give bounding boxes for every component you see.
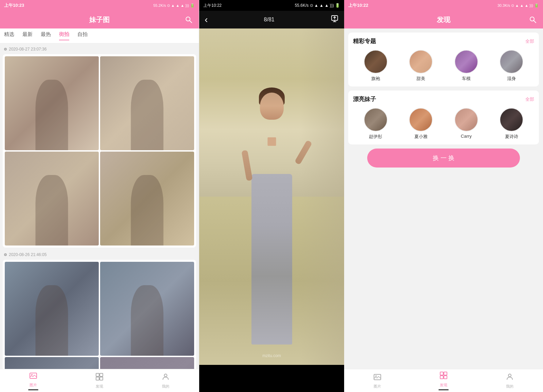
avatar-item-tianmei[interactable]: 甜美	[409, 50, 433, 82]
figure-neck	[267, 137, 276, 146]
photo-cell-1-1[interactable]	[5, 56, 99, 150]
network-icons-left: 55.2K/s ⊙ ▲ ▲ ▲ ))) 🔋	[153, 3, 195, 8]
avatar-item-wetskin[interactable]: 湿身	[500, 50, 523, 82]
avatar-label-chemo: 车模	[462, 76, 471, 82]
date-label-1: 2020-08-27 23:07:36	[3, 47, 196, 52]
svg-point-8	[164, 374, 167, 377]
svg-rect-14	[440, 372, 443, 375]
avatar-item-qipao[interactable]: 旗袍	[364, 50, 388, 82]
figure-container	[228, 82, 315, 345]
nav-label-discover-left: 发现	[96, 384, 103, 389]
pretty-girls-all-link[interactable]: 全部	[525, 96, 534, 102]
svg-rect-7	[100, 377, 103, 380]
avatar-xiashishi	[500, 108, 523, 132]
back-button[interactable]: ‹	[205, 14, 208, 25]
photo-cell-2-4[interactable]	[100, 357, 194, 369]
refresh-button[interactable]: 换 一 换	[367, 149, 520, 168]
tab-hot[interactable]: 最热	[41, 31, 51, 40]
nav-mine-right[interactable]: 我的	[477, 373, 543, 389]
photo-cell-1-4[interactable]	[100, 152, 194, 246]
svg-rect-6	[96, 377, 99, 380]
tab-newest[interactable]: 最新	[22, 31, 33, 40]
status-bar-left: 上午10:23 55.2K/s ⊙ ▲ ▲ ▲ ))) 🔋	[0, 0, 199, 11]
featured-all-link[interactable]: 全部	[525, 38, 534, 44]
avatar-item-xiaxiaoya[interactable]: 夏小雅	[409, 108, 433, 140]
svg-rect-17	[444, 376, 447, 379]
avatar-label-wetskin: 湿身	[507, 76, 516, 82]
nav-discover-left[interactable]: 发现	[66, 373, 132, 389]
photo-grid-2	[3, 260, 196, 369]
figure-body	[251, 174, 292, 345]
time-viewer: 上午10:22	[203, 3, 222, 8]
photo-cell-2-2[interactable]	[100, 262, 194, 356]
discover-icon-left	[95, 373, 104, 383]
avatar-item-zhaoyipeng[interactable]: 赵伊彤	[364, 108, 388, 140]
search-button-right[interactable]	[528, 15, 538, 24]
date-text-1: 2020-08-27 23:07:36	[9, 47, 46, 52]
network-speed-right: 30.3K/s	[498, 3, 510, 7]
tab-street[interactable]: 街拍	[59, 31, 69, 40]
nav-discover-right[interactable]: 发现	[410, 371, 476, 390]
photo-cell-1-3[interactable]	[5, 152, 99, 246]
network-speed-left: 55.2K/s	[153, 3, 166, 7]
panel-viewer: 上午10:22 55.6K/s ⊙ ▲ ▲ ▲ ))) 🔋 ‹ 8/81	[199, 0, 344, 392]
nav-mine-left[interactable]: 我的	[133, 373, 199, 389]
avatar-label-qipao: 旗袍	[371, 76, 380, 82]
nav-label-photos-right: 图片	[374, 384, 381, 389]
date-section-2: 2020-08-26 21:46:05	[3, 252, 196, 369]
svg-point-18	[508, 374, 511, 377]
network-viewer: 55.6K/s ⊙ ▲ ▲ ▲ ))) 🔋	[295, 3, 340, 8]
panel-right: 上午10:22 30.3K/s ⊙ ▲ ▲ ▲ ))) 🔋 发现 精彩专题 全部	[344, 0, 543, 392]
avatar-label-xiaxiaoya: 夏小雅	[414, 134, 428, 140]
nav-photos-right[interactable]: 图片	[344, 373, 410, 389]
viewer-image-area[interactable]: mzitu.com	[199, 28, 344, 365]
tab-selected[interactable]: 精选	[4, 31, 14, 40]
photo-cell-2-1[interactable]	[5, 262, 99, 356]
mine-icon-right	[506, 373, 514, 383]
nav-photos-left[interactable]: 图片	[0, 371, 66, 390]
panel-left: 上午10:23 55.2K/s ⊙ ▲ ▲ ▲ ))) 🔋 妹子图 精选 最新 …	[0, 0, 199, 392]
avatar-label-zhaoyipeng: 赵伊彤	[369, 134, 382, 140]
signal-icons-right: ⊙ ▲ ▲ ▲ ))) 🔋	[511, 3, 539, 8]
avatar-wetskin	[500, 50, 523, 74]
photo-cell-2-3[interactable]	[5, 357, 99, 369]
avatar-chemo	[454, 50, 478, 74]
signal-icons-left: ⊙ ▲ ▲ ▲ ))) 🔋	[167, 3, 195, 8]
tab-bar-left: 精选 最新 最热 街拍 自拍	[0, 28, 199, 43]
svg-rect-4	[96, 373, 99, 376]
search-button-left[interactable]	[184, 15, 193, 24]
photos-icon-left	[29, 371, 37, 381]
avatar-item-xiashishi[interactable]: 夏诗诗	[500, 108, 523, 140]
content-area-left: 2020-08-27 23:07:36 2020-08-26 21:46:05	[0, 43, 199, 369]
svg-rect-15	[444, 372, 447, 375]
svg-line-1	[190, 21, 192, 23]
pretty-girls-title: 漂亮妹子	[353, 95, 376, 103]
photo-cell-1-2[interactable]	[100, 56, 194, 150]
featured-title: 精彩专题	[353, 37, 376, 45]
avatar-item-carry[interactable]: Carry	[454, 108, 478, 140]
viewer-header: ‹ 8/81	[199, 11, 344, 28]
app-title-right: 发现	[359, 15, 528, 24]
nav-label-mine-right: 我的	[506, 384, 513, 389]
nav-label-mine-left: 我的	[162, 384, 169, 389]
avatar-zhaoyipeng	[364, 108, 388, 132]
tab-selfie[interactable]: 自拍	[77, 31, 88, 40]
svg-rect-2	[30, 373, 37, 378]
svg-line-11	[534, 21, 536, 23]
pretty-girls-section: 漂亮妹子 全部 赵伊彤 夏小雅 Carry 夏诗诗	[348, 91, 539, 144]
date-dot-2	[4, 253, 7, 256]
watermark: mzitu.com	[262, 353, 281, 358]
avatar-carry	[454, 108, 478, 132]
date-section-1: 2020-08-27 23:07:36	[3, 47, 196, 248]
avatar-item-chemo[interactable]: 车模	[454, 50, 478, 82]
pretty-girls-header: 漂亮妹子 全部	[353, 95, 534, 103]
network-speed-viewer: 55.6K/s	[295, 3, 309, 8]
avatar-label-tianmei: 甜美	[416, 76, 425, 82]
photo-grid-1	[3, 54, 196, 248]
signal-icons-viewer: ⊙ ▲ ▲ ▲ ))) 🔋	[310, 3, 340, 8]
app-title-left: 妹子图	[15, 15, 184, 24]
share-button[interactable]	[331, 15, 339, 25]
svg-rect-5	[100, 373, 103, 376]
app-header-left: 妹子图	[0, 11, 199, 28]
viewer-bottom-bar	[199, 365, 344, 392]
